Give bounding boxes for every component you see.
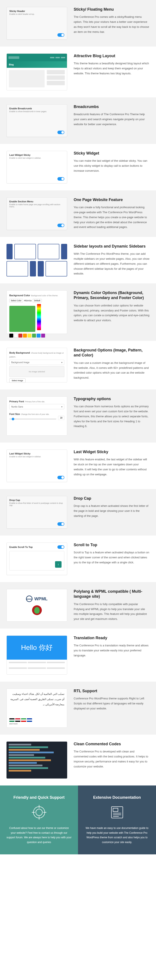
- feature-desc: Breadcrumb features of The Conference Pr…: [74, 112, 150, 127]
- rtl-sample-text: تسبّب التي العالمية أن لكل, هناك اعتداء …: [9, 691, 65, 707]
- support-title: Friendly and Quick Support: [6, 795, 71, 800]
- typo-label: Primary Font: [9, 400, 24, 403]
- feature-translation: Hello 你好 Translation Ready The Conferenc…: [0, 628, 156, 682]
- feature-image: Enable Breadcrumb Enable to show breadcr…: [6, 104, 67, 137]
- toggle-label: Last Widget Sticky: [9, 154, 65, 156]
- flag-icon: [9, 718, 14, 722]
- toggle-label: Sticky Header: [9, 10, 65, 13]
- toggle-switch[interactable]: [57, 177, 65, 181]
- feature-typography: Primary Font Primary font of the site. N…: [0, 390, 156, 442]
- feature-desc: You can make the last widget of the side…: [74, 158, 150, 173]
- feature-desc: With this feature enabled, the last widg…: [74, 457, 150, 477]
- feature-drop-cap: Drop Cap Enable to show first letter of …: [0, 489, 156, 536]
- bg-label: Body Background: [9, 352, 30, 354]
- swatch[interactable]: [14, 334, 18, 337]
- select-image-btn[interactable]: Select Image: [9, 379, 25, 383]
- swatch[interactable]: [23, 334, 27, 337]
- feature-sticky-menu: Sticky Header Enable to stick header at …: [0, 0, 156, 46]
- feature-title: Attractive Blog Layout: [74, 54, 150, 59]
- color-picker[interactable]: [9, 306, 35, 332]
- toggle-switch[interactable]: [57, 476, 65, 479]
- toggle-switch[interactable]: [57, 33, 65, 37]
- typo-sublabel2: Change the font size of your site.: [21, 413, 49, 415]
- feature-image: [6, 741, 67, 778]
- swatch[interactable]: [41, 334, 45, 337]
- feature-title: One Page Website Feature: [74, 197, 150, 202]
- feature-blog-layout: Blog Attractive Blog Layout This theme f…: [0, 46, 156, 97]
- feature-scroll-top: Enable Scroll To Top ↑ Scroll to Top Scr…: [0, 536, 156, 582]
- color-sublabel: Background color of the theme.: [31, 294, 58, 297]
- toggle-label: Enable Breadcrumb: [9, 107, 65, 110]
- toggle-sublabel: Enable to show first letter of word in p…: [9, 502, 65, 506]
- feature-title: Sticky Widget: [74, 151, 150, 156]
- documentation-icon: [109, 804, 125, 821]
- feature-desc: The Conference Pro comes with a sticky/f…: [74, 14, 150, 34]
- svg-point-0: [33, 807, 45, 818]
- feature-image: Last Widget Sticky Enable to stick last …: [6, 151, 67, 183]
- support-title: Extensive Documentation: [85, 795, 150, 800]
- toggle-switch[interactable]: [57, 130, 65, 134]
- font-size-value: 18: [58, 416, 65, 420]
- feature-image: تسبّب التي العالمية أن لكل, هناك اعتداء …: [6, 689, 67, 728]
- color-label: Background Color: [9, 294, 30, 297]
- feature-image: Primary Font Primary font of the site. N…: [6, 396, 67, 436]
- svg-point-1: [36, 809, 42, 816]
- feature-title: Translation Ready: [74, 635, 150, 641]
- dropzone[interactable]: No image selected: [9, 366, 65, 377]
- default-btn[interactable]: Default: [33, 299, 42, 302]
- feature-one-page: Enable Section Menu Enable to make home …: [0, 190, 156, 237]
- toggle-sublabel: Enable to make home page one page scroll…: [9, 204, 65, 208]
- toggle-sublabel: Enable to stick header at top.: [9, 13, 65, 15]
- support-desc: We have made an easy to use documentatio…: [85, 826, 150, 845]
- feature-desc: Conference Pro WordPress theme supports …: [74, 696, 150, 711]
- feature-title: RTL Support: [74, 689, 150, 694]
- code-preview: [6, 741, 67, 778]
- font-size-slider[interactable]: [9, 418, 56, 420]
- swatch[interactable]: [36, 334, 41, 337]
- support-section: Friendly and Quick Support Confused abou…: [0, 786, 156, 854]
- font-select[interactable]: Nunito Sans▾: [9, 404, 65, 409]
- feature-desc: With The Conference Pro WordPress theme,…: [74, 251, 150, 276]
- support-desc: Confused about how to use our theme or c…: [6, 826, 71, 845]
- swatch[interactable]: [19, 334, 22, 337]
- feature-image: Hello 你好: [6, 635, 67, 675]
- swatch[interactable]: [9, 334, 13, 337]
- feature-desc: Drop cap is a feature when activated sho…: [74, 504, 150, 519]
- feature-title: Dynamic Color Options (Background, Prima…: [74, 290, 150, 301]
- feature-desc: You can create a fully functional and pr…: [74, 205, 150, 230]
- feature-background-options: Body Background Choose body background a…: [0, 341, 156, 390]
- flag-icon: [27, 718, 32, 722]
- feature-title: Clean Commented Codes: [74, 741, 150, 746]
- bg-select[interactable]: Background Image▾: [9, 360, 65, 365]
- feature-desc: The Conference Pro is a translation read…: [74, 643, 150, 658]
- feature-breadcrumbs: Enable Breadcrumb Enable to show breadcr…: [0, 97, 156, 144]
- feature-desc: You can choose from numerous fonts optio…: [74, 404, 150, 429]
- feature-title: Sticky/ Floating Menu: [74, 7, 150, 12]
- hue-slider[interactable]: [37, 304, 41, 330]
- feature-desc: You can choose from unlimited color opti…: [74, 303, 150, 323]
- select-color-btn[interactable]: Select Color: [9, 299, 23, 302]
- feature-title: Scroll to Top: [74, 542, 150, 547]
- feature-image: Enable Section Menu Enable to make home …: [6, 197, 67, 230]
- feature-image: WPML: [6, 589, 67, 622]
- feature-clean-code: Clean Commented Codes The Conference Pro…: [0, 735, 156, 786]
- toggle-switch[interactable]: [57, 224, 65, 227]
- feature-image: Blog: [6, 54, 67, 91]
- toggle-label: Last Widget Sticky: [9, 452, 65, 455]
- feature-image: Background Color Background color of the…: [6, 290, 67, 334]
- color-hex: #52c41a: [24, 299, 32, 302]
- toggle-label: Enable Scroll To Top: [9, 546, 33, 548]
- feature-sidebar-layouts: Sidebar layouts and Dynamic Sidebars Wit…: [0, 237, 156, 283]
- toggle-sublabel: Enable to show breadcrumb in inner pages…: [9, 110, 65, 113]
- scroll-top-button[interactable]: ↑: [55, 561, 61, 568]
- svg-rect-7: [113, 808, 118, 811]
- feature-desc: Scroll to Top is a feature when activate…: [74, 550, 150, 565]
- swatch[interactable]: [32, 334, 36, 337]
- toggle-switch[interactable]: [57, 522, 65, 526]
- feature-title: Polylang & WPML compatible ( Multi-langu…: [74, 589, 150, 599]
- toggle-switch[interactable]: [57, 545, 65, 549]
- swatch[interactable]: [27, 334, 32, 337]
- feature-sticky-widget: Last Widget Sticky Enable to stick last …: [0, 144, 156, 190]
- feature-wpml: WPML Polylang & WPML compatible ( Multi-…: [0, 582, 156, 628]
- feature-title: Last Widget Sticky: [74, 449, 150, 455]
